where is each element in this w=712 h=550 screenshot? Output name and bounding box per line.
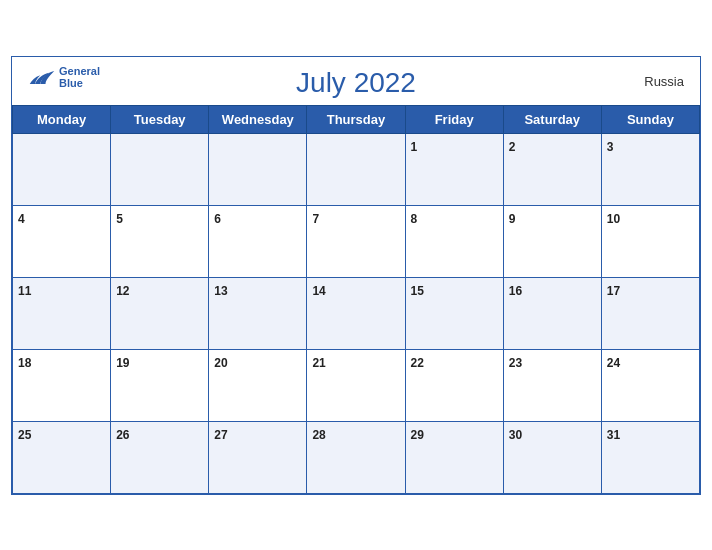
day-cell: 24 (601, 349, 699, 421)
calendar-title: July 2022 (296, 67, 416, 99)
day-cell: 7 (307, 205, 405, 277)
day-cell: 22 (405, 349, 503, 421)
header-monday: Monday (13, 105, 111, 133)
day-cell (111, 133, 209, 205)
day-cell (307, 133, 405, 205)
header-saturday: Saturday (503, 105, 601, 133)
calendar-header: General Blue July 2022 Russia (12, 57, 700, 105)
week-row-4: 18 19 20 21 22 23 24 (13, 349, 700, 421)
day-cell: 6 (209, 205, 307, 277)
logo: General Blue (28, 65, 100, 89)
day-cell: 16 (503, 277, 601, 349)
week-row-5: 25 26 27 28 29 30 31 (13, 421, 700, 493)
day-cell: 1 (405, 133, 503, 205)
day-cell: 20 (209, 349, 307, 421)
day-cell: 25 (13, 421, 111, 493)
day-cell: 4 (13, 205, 111, 277)
week-row-1: 1 2 3 (13, 133, 700, 205)
country-label: Russia (644, 73, 684, 88)
day-cell: 5 (111, 205, 209, 277)
header-sunday: Sunday (601, 105, 699, 133)
day-cell: 11 (13, 277, 111, 349)
day-cell: 19 (111, 349, 209, 421)
day-cell: 21 (307, 349, 405, 421)
day-cell (13, 133, 111, 205)
week-row-2: 4 5 6 7 8 9 10 (13, 205, 700, 277)
day-cell: 14 (307, 277, 405, 349)
day-cell: 31 (601, 421, 699, 493)
day-cell: 12 (111, 277, 209, 349)
day-cell: 28 (307, 421, 405, 493)
calendar: General Blue July 2022 Russia Monday Tue… (11, 56, 701, 495)
logo-general-text: General (59, 65, 100, 77)
day-cell: 26 (111, 421, 209, 493)
day-cell: 15 (405, 277, 503, 349)
logo-bird-icon (28, 68, 56, 86)
day-cell: 2 (503, 133, 601, 205)
day-cell: 27 (209, 421, 307, 493)
day-cell: 30 (503, 421, 601, 493)
header-friday: Friday (405, 105, 503, 133)
day-cell: 23 (503, 349, 601, 421)
day-cell: 29 (405, 421, 503, 493)
day-cell: 13 (209, 277, 307, 349)
weekday-header-row: Monday Tuesday Wednesday Thursday Friday… (13, 105, 700, 133)
calendar-table: Monday Tuesday Wednesday Thursday Friday… (12, 105, 700, 494)
logo-blue-text: Blue (59, 77, 100, 89)
header-thursday: Thursday (307, 105, 405, 133)
day-cell: 3 (601, 133, 699, 205)
day-cell: 8 (405, 205, 503, 277)
day-cell: 9 (503, 205, 601, 277)
header-tuesday: Tuesday (111, 105, 209, 133)
day-cell: 18 (13, 349, 111, 421)
header-wednesday: Wednesday (209, 105, 307, 133)
day-cell (209, 133, 307, 205)
week-row-3: 11 12 13 14 15 16 17 (13, 277, 700, 349)
day-cell: 10 (601, 205, 699, 277)
day-cell: 17 (601, 277, 699, 349)
